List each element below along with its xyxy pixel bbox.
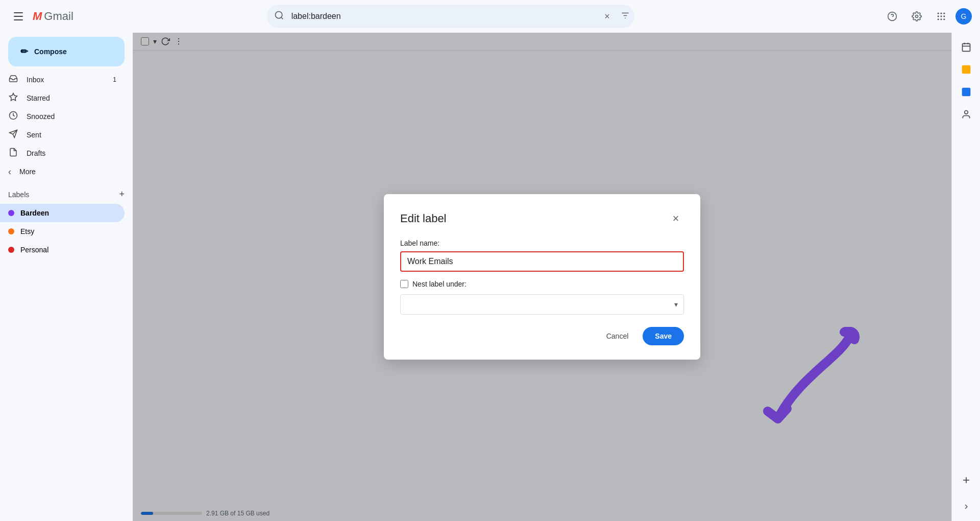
labels-title: Labels (8, 191, 29, 199)
svg-point-7 (915, 15, 918, 18)
labels-header: Labels + (0, 185, 133, 204)
label-item-personal[interactable]: Personal (0, 241, 125, 259)
compose-icon: ✏ (20, 46, 28, 57)
arrow-annotation (747, 327, 860, 429)
more-label: More (19, 168, 36, 176)
svg-rect-28 (962, 65, 970, 74)
inbox-badge: 1 (113, 76, 116, 83)
sidebar-item-snoozed[interactable]: Snoozed (0, 107, 125, 126)
svg-point-9 (940, 13, 942, 14)
expand-panel-button[interactable] (956, 496, 976, 517)
keep-panel-icon[interactable] (956, 82, 976, 102)
dialog-actions: Cancel Save (400, 327, 684, 345)
more-chevron-icon: ‹ (8, 167, 11, 177)
svg-marker-17 (10, 93, 17, 100)
save-button[interactable]: Save (643, 327, 684, 345)
modal-overlay: Edit label × Label name: Nest label unde… (133, 33, 951, 521)
dialog-header: Edit label × (400, 210, 684, 227)
nest-dropdown-wrap: ▾ (400, 294, 684, 315)
nest-label-row: Nest label under: (400, 280, 684, 288)
avatar[interactable]: G (955, 8, 972, 25)
etsy-label-text: Etsy (20, 227, 34, 235)
bardeen-label-text: Bardeen (20, 209, 49, 217)
contacts-panel-icon[interactable] (956, 104, 976, 125)
search-icon (274, 10, 284, 22)
inbox-label: Inbox (27, 76, 105, 84)
right-panel (951, 33, 980, 521)
settings-button[interactable] (906, 6, 927, 27)
svg-point-0 (275, 12, 282, 18)
dialog-close-button[interactable]: × (668, 210, 684, 227)
search-filter-button[interactable] (620, 11, 630, 22)
drafts-label: Drafts (27, 149, 116, 157)
topbar: M Gmail × G (0, 0, 980, 33)
content-area: ▾ There are no conversations with this l… (133, 33, 951, 521)
search-clear-button[interactable]: × (604, 11, 610, 22)
svg-point-30 (964, 111, 968, 114)
sidebar: ✏ Compose Inbox 1 Starred Sno (0, 33, 133, 521)
more-button[interactable]: ‹ More (0, 162, 133, 181)
hamburger-menu-button[interactable] (8, 6, 29, 27)
svg-point-14 (937, 18, 939, 20)
search-bar: × (267, 5, 634, 28)
label-name-label: Label name: (400, 239, 684, 247)
gmail-logo-text: Gmail (44, 10, 73, 23)
nest-label-text: Nest label under: (412, 280, 467, 288)
tasks-panel-icon[interactable] (956, 59, 976, 80)
compose-button[interactable]: ✏ Compose (8, 37, 125, 66)
nav-menu: Inbox 1 Starred Snoozed Sent (0, 70, 133, 181)
label-item-bardeen[interactable]: Bardeen (0, 204, 125, 222)
svg-point-15 (940, 18, 942, 20)
add-panel-button[interactable] (956, 470, 976, 490)
calendar-panel-icon[interactable] (956, 37, 976, 57)
nest-label-dropdown[interactable] (400, 294, 684, 315)
topbar-left: M Gmail (8, 6, 141, 27)
sidebar-item-sent[interactable]: Sent (0, 126, 125, 144)
edit-label-dialog: Edit label × Label name: Nest label unde… (384, 194, 700, 360)
sent-icon (8, 129, 18, 141)
compose-label: Compose (34, 48, 67, 56)
label-name-input[interactable] (400, 251, 684, 272)
svg-point-11 (937, 15, 939, 17)
bardeen-color-dot (8, 210, 14, 216)
svg-point-8 (937, 13, 939, 14)
labels-add-button[interactable]: + (119, 189, 125, 200)
gmail-logo-m: M (33, 10, 42, 23)
apps-button[interactable] (931, 6, 951, 27)
svg-point-13 (943, 15, 945, 17)
svg-point-10 (943, 13, 945, 14)
sidebar-item-inbox[interactable]: Inbox 1 (0, 70, 125, 89)
svg-line-1 (281, 17, 283, 19)
svg-rect-29 (962, 88, 970, 97)
search-input[interactable] (267, 5, 634, 28)
label-item-etsy[interactable]: Etsy (0, 222, 125, 241)
starred-label: Starred (27, 94, 116, 102)
cancel-button[interactable]: Cancel (598, 327, 637, 345)
dialog-title: Edit label (400, 212, 447, 225)
starred-icon (8, 92, 18, 104)
etsy-color-dot (8, 228, 14, 234)
main-layout: ✏ Compose Inbox 1 Starred Sno (0, 33, 980, 521)
sent-label: Sent (27, 131, 116, 139)
gmail-logo[interactable]: M Gmail (33, 10, 74, 23)
topbar-right: G (882, 6, 972, 27)
svg-rect-24 (962, 43, 970, 51)
nest-label-checkbox[interactable] (400, 280, 408, 288)
personal-label-text: Personal (20, 246, 48, 254)
snoozed-icon (8, 111, 18, 123)
drafts-icon (8, 148, 18, 159)
sidebar-item-drafts[interactable]: Drafts (0, 144, 125, 162)
hamburger-icon (14, 12, 23, 20)
inbox-icon (8, 74, 18, 86)
personal-color-dot (8, 247, 14, 253)
snoozed-label: Snoozed (27, 112, 116, 121)
labels-section: Labels + Bardeen Etsy Personal (0, 181, 133, 263)
sidebar-item-starred[interactable]: Starred (0, 89, 125, 107)
svg-point-12 (940, 15, 942, 17)
svg-point-16 (943, 18, 945, 20)
help-button[interactable] (882, 6, 902, 27)
